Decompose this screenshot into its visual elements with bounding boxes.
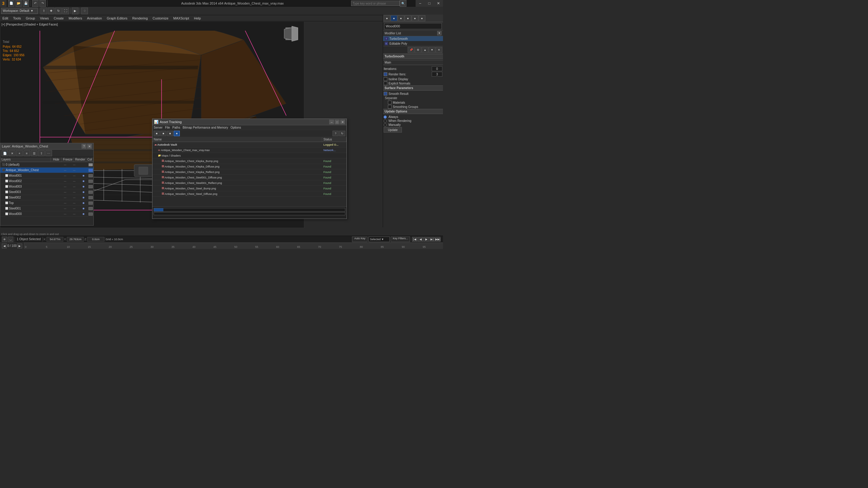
- layers-close-btn[interactable]: ✕: [87, 144, 92, 149]
- create-tab[interactable]: ■: [384, 15, 390, 21]
- select-btn[interactable]: ⇧: [40, 8, 47, 14]
- play-btn[interactable]: ▶: [424, 237, 429, 242]
- asset-close-btn[interactable]: ✕: [340, 120, 345, 124]
- asset-row[interactable]: 🖼 Antique_Wooden_Chest_Steel001_Reflect.…: [152, 180, 346, 186]
- materials-checkbox[interactable]: [388, 101, 392, 104]
- render-iters-checkbox[interactable]: [384, 72, 387, 76]
- layer-row[interactable]: ⬜ Top — — ◉: [0, 200, 93, 206]
- menu-animation[interactable]: Animation: [86, 17, 103, 20]
- redo-btn[interactable]: ↷: [39, 0, 46, 7]
- close-button[interactable]: ✕: [434, 0, 443, 7]
- asset-row[interactable]: 🖼 Antique_Wooden_Chest_Steel_Diffuse.png…: [152, 191, 346, 197]
- menu-maxscript[interactable]: MAXScript: [172, 17, 190, 20]
- menu-create[interactable]: Create: [52, 17, 65, 20]
- key-filters-btn[interactable]: Key Filters...: [391, 236, 410, 242]
- auto-key-btn[interactable]: Auto Key: [352, 236, 368, 242]
- menu-rendering[interactable]: Rendering: [131, 17, 149, 20]
- skip-start-btn[interactable]: |◀: [412, 237, 417, 242]
- render-btn[interactable]: ▶: [72, 8, 79, 14]
- layer-sort-btn[interactable]: ☰: [31, 150, 37, 156]
- layer-row[interactable]: ⬜ Wood003 — — ◉: [0, 184, 93, 189]
- menu-group[interactable]: Group: [25, 17, 36, 20]
- layer-row[interactable]: ⬛ Antique_Wooden_Chest — —: [0, 167, 93, 173]
- layer-up-btn[interactable]: ⇧: [38, 150, 45, 156]
- prev-btn[interactable]: ◀: [2, 243, 7, 249]
- explicit-normals-checkbox[interactable]: [384, 82, 387, 85]
- turbosmooth-modifier[interactable]: T TurboSmooth: [383, 36, 443, 41]
- layer-row[interactable]: ⬜ Steel001 — — ◉: [0, 206, 93, 211]
- x-value[interactable]: 54.677m: [46, 237, 63, 242]
- scale-btn[interactable]: ⛶: [62, 8, 69, 14]
- selected-dropdown[interactable]: Selected ▼: [368, 236, 390, 242]
- pin-modifier-btn[interactable]: 📌: [408, 47, 414, 53]
- layer-add-btn[interactable]: 📄: [2, 150, 8, 156]
- menu-tools[interactable]: Tools: [12, 17, 22, 20]
- asset-tb-3[interactable]: ■: [167, 131, 173, 136]
- undo-btn[interactable]: ↶: [32, 0, 39, 7]
- menu-graph-editors[interactable]: Graph Editors: [105, 17, 129, 20]
- layers-help-btn[interactable]: ?: [82, 144, 86, 149]
- z-value[interactable]: 0.0cm: [87, 237, 104, 242]
- utilities-tab[interactable]: ■: [418, 15, 425, 21]
- update-button[interactable]: Update: [384, 127, 402, 133]
- asset-row[interactable]: 🖼 Antique_Wooden_Chest_Klepka_Bump.png F…: [152, 158, 346, 164]
- timeline-track[interactable]: 0510152025303540455055606570758085909510…: [24, 242, 443, 249]
- modifier-list-dropdown[interactable]: ▼: [437, 31, 441, 35]
- modify-tab[interactable]: ■: [391, 15, 397, 21]
- layer-row[interactable]: ⬜ Wood000 — — ◉: [0, 211, 93, 217]
- asset-menu-paths[interactable]: Paths: [173, 126, 180, 129]
- asset-row[interactable]: 🖼 Antique_Wooden_Chest_Steel_Bump.png Fo…: [152, 186, 346, 191]
- config-btn[interactable]: ⚙: [415, 47, 422, 53]
- asset-row[interactable]: 🗂 Antique_Wooden_Chest_max_vray.max Netw…: [152, 148, 346, 153]
- menu-help[interactable]: Help: [193, 17, 202, 20]
- skip-end-btn[interactable]: ▶▶|: [435, 237, 440, 242]
- minimize-button[interactable]: –: [415, 0, 425, 7]
- asset-menu-server[interactable]: Server: [154, 126, 162, 129]
- asset-row[interactable]: 🖼 Antique_Wooden_Chest_Klepka_Reflect.pn…: [152, 169, 346, 175]
- save-btn[interactable]: 💾: [23, 0, 29, 7]
- object-name-input[interactable]: [384, 23, 442, 29]
- search-input[interactable]: [351, 1, 400, 6]
- layer-row[interactable]: ⬜ Wood002 — — ◉: [0, 178, 93, 184]
- asset-menu-file[interactable]: File: [165, 126, 170, 129]
- down-btn[interactable]: ▼: [429, 47, 435, 53]
- asset-menu-options[interactable]: Options: [230, 126, 241, 129]
- asset-restore-btn[interactable]: □: [335, 120, 340, 124]
- when-rendering-radio[interactable]: [384, 120, 387, 123]
- asset-row[interactable]: 🖼 Antique_Wooden_Chest_Klepka_Diffuse.pn…: [152, 164, 346, 169]
- nav-icon2[interactable]: ◡: [8, 236, 13, 242]
- menu-customize[interactable]: Customize: [152, 17, 170, 20]
- workspace-dropdown[interactable]: Workspace: Default ▼: [1, 8, 38, 14]
- delete-btn[interactable]: ✕: [436, 47, 442, 53]
- smoothing-groups-checkbox[interactable]: [388, 105, 392, 108]
- menu-views[interactable]: Views: [39, 17, 50, 20]
- smooth-result-checkbox[interactable]: [384, 92, 387, 95]
- asset-tb-4[interactable]: ■: [174, 131, 180, 136]
- layer-row[interactable]: ⬜ Steel002 — — ◉: [0, 195, 93, 200]
- isoline-checkbox[interactable]: [384, 77, 387, 81]
- asset-help-btn[interactable]: ?: [333, 131, 339, 136]
- layer-row[interactable]: ⬛ 0 (default) — —: [0, 162, 93, 167]
- next-frame-btn[interactable]: ▶|: [429, 237, 435, 242]
- search-btn[interactable]: 🔍: [400, 0, 406, 7]
- next-btn[interactable]: ▶: [17, 243, 22, 249]
- asset-tb-2[interactable]: ■: [160, 131, 166, 136]
- editable-poly-modifier[interactable]: E Editable Poly: [383, 41, 443, 46]
- asset-row[interactable]: ☁ Autodesk Vault Logged O...: [152, 142, 346, 148]
- maximize-button[interactable]: □: [425, 0, 434, 7]
- open-btn[interactable]: 📂: [15, 0, 22, 7]
- up-btn[interactable]: ▲: [422, 47, 428, 53]
- layer-merge-btn[interactable]: ≡: [24, 150, 30, 156]
- asset-row[interactable]: 🖼 Antique_Wooden_Chest_Steel001_Diffuse.…: [152, 175, 346, 180]
- hierarchy-tab[interactable]: ■: [398, 15, 404, 21]
- asset-row[interactable]: 📁 Maps / Shaders: [152, 153, 346, 158]
- layer-row[interactable]: ⬜ Wood001 — — ◉: [0, 173, 93, 178]
- motion-tab[interactable]: ■: [405, 15, 411, 21]
- menu-edit[interactable]: Edit: [1, 17, 9, 20]
- asset-tb-1[interactable]: ■: [154, 131, 160, 136]
- display-tab[interactable]: ■: [412, 15, 418, 21]
- layer-row[interactable]: ⬜ Steel003 — — ◉: [0, 189, 93, 195]
- asset-refresh-btn[interactable]: ↻: [339, 131, 345, 136]
- new-btn[interactable]: 📄: [8, 0, 14, 7]
- layer-add-object-btn[interactable]: +: [16, 150, 23, 156]
